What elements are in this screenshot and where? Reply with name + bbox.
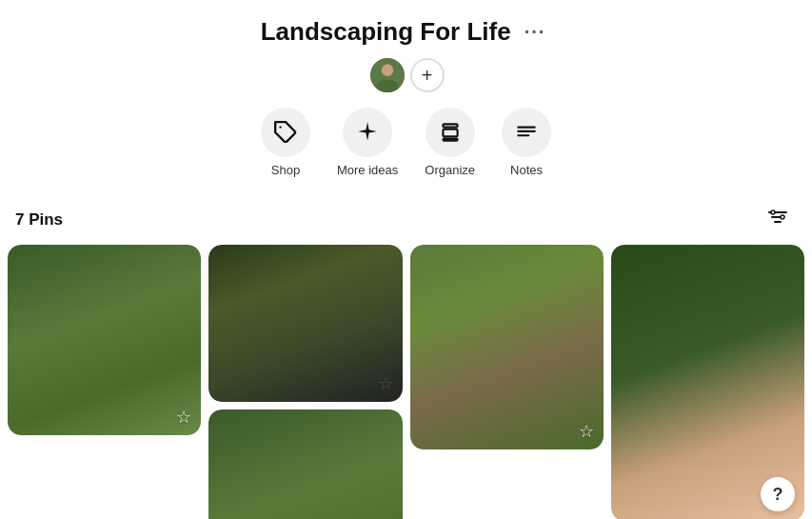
svg-point-14 <box>781 215 784 219</box>
pins-count: 7 Pins <box>15 210 63 230</box>
svg-rect-4 <box>443 124 457 127</box>
notes-icon-wrap <box>502 108 551 157</box>
more-ideas-label: More ideas <box>337 163 398 177</box>
notes-label: Notes <box>510 163 543 177</box>
pins-count-row: 7 Pins <box>0 204 812 245</box>
save-star-button[interactable]: ☆ <box>378 373 393 394</box>
organize-icon-wrap <box>426 108 475 157</box>
tag-icon <box>273 120 298 145</box>
notes-button[interactable]: Notes <box>492 108 561 177</box>
svg-point-2 <box>376 80 398 95</box>
more-options-button[interactable]: ··· <box>519 19 552 45</box>
svg-rect-6 <box>443 139 457 141</box>
pins-column-3: ? <box>611 245 804 519</box>
add-collaborator-button[interactable]: + <box>410 58 445 92</box>
pin-card[interactable]: ☆ <box>208 245 402 402</box>
more-ideas-button[interactable]: More ideas <box>327 108 407 177</box>
svg-rect-5 <box>443 130 457 137</box>
sparkle-icon <box>355 120 380 145</box>
pins-column-0: ☆ <box>8 245 201 519</box>
organize-button[interactable]: Organize <box>415 108 485 177</box>
pins-grid: ☆ ☆ + ☆ ? <box>0 245 812 519</box>
svg-point-13 <box>771 210 775 214</box>
filter-button[interactable] <box>759 204 797 235</box>
avatar-row: + <box>0 56 812 94</box>
board-header: Landscaping For Life ··· + Shop <box>0 0 812 204</box>
shop-button[interactable]: Shop <box>251 108 320 177</box>
pin-image-garden-steps <box>410 245 604 449</box>
question-button[interactable]: ? <box>761 477 795 511</box>
save-star-button[interactable]: ☆ <box>579 421 594 442</box>
filter-icon <box>766 208 789 227</box>
avatar[interactable] <box>368 56 406 94</box>
pins-column-1: ☆ + <box>208 245 402 519</box>
pin-card[interactable]: ☆ <box>8 245 201 435</box>
pin-image-seedlings-bottom <box>208 409 402 519</box>
pin-card[interactable]: + <box>208 409 402 519</box>
pin-card[interactable]: ? <box>611 245 804 519</box>
title-row: Landscaping For Life ··· <box>0 17 812 47</box>
pin-card[interactable]: ☆ <box>410 245 604 449</box>
more-ideas-icon-wrap <box>343 108 392 157</box>
pin-image-seedlings-top <box>208 245 402 402</box>
pins-column-2: ☆ <box>410 245 604 519</box>
save-star-button[interactable]: ☆ <box>176 407 191 428</box>
layers-icon <box>438 120 463 145</box>
actions-row: Shop More ideas Organize <box>0 108 812 177</box>
shop-icon-wrap <box>261 108 310 157</box>
pin-image-grass <box>8 245 201 435</box>
notes-icon <box>514 120 539 145</box>
shop-label: Shop <box>271 163 300 177</box>
organize-label: Organize <box>425 163 475 177</box>
svg-point-1 <box>381 64 393 76</box>
board-title: Landscaping For Life <box>261 17 511 47</box>
